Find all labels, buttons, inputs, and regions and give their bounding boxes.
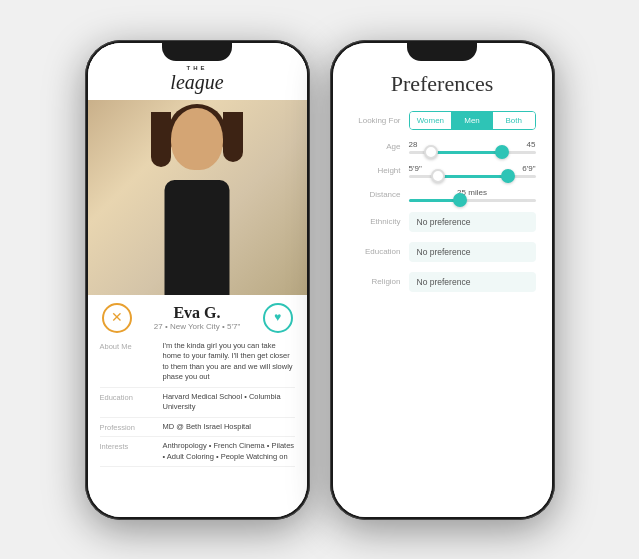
age-control: 28 45 (409, 140, 536, 154)
education-label: Education (100, 392, 155, 413)
face (171, 108, 223, 170)
interests-value: Anthropology • French Cinema • Pilates •… (163, 441, 295, 462)
education-pref-label: Education (349, 247, 401, 256)
height-min: 5'9" (409, 164, 422, 173)
gender-toggle[interactable]: Women Men Both (409, 111, 536, 130)
height-row: Height 5'9" 6'9" (349, 164, 536, 178)
height-track (409, 175, 536, 178)
ethnicity-dropdown[interactable]: No preference (409, 212, 536, 232)
distance-thumb[interactable] (453, 193, 467, 207)
education-value: Harvard Medical School • Columbia Univer… (163, 392, 295, 413)
religion-dropdown[interactable]: No preference (409, 272, 536, 292)
religion-control[interactable]: No preference (409, 272, 536, 292)
profession-row: Profession MD @ Beth Israel Hospital (100, 418, 295, 438)
height-thumb-max[interactable] (501, 169, 515, 183)
height-label: Height (349, 166, 401, 175)
age-thumb-max[interactable] (495, 145, 509, 159)
distance-track (409, 199, 536, 202)
name-info: Eva G. 27 • New York City • 5'7" (142, 304, 253, 331)
height-control: 5'9" 6'9" (409, 164, 536, 178)
gender-women[interactable]: Women (410, 112, 452, 129)
phone-1: THE league ✕ Eva G. (85, 40, 310, 520)
ethnicity-label: Ethnicity (349, 217, 401, 226)
height-thumb-min[interactable] (431, 169, 445, 183)
gender-toggle-control: Women Men Both (409, 111, 536, 130)
ethnicity-control[interactable]: No preference (409, 212, 536, 232)
about-value: I'm the kinda girl you you can take home… (163, 341, 295, 383)
distance-row: Distance 25 miles (349, 188, 536, 202)
education-control[interactable]: No preference (409, 242, 536, 262)
age-max: 45 (527, 140, 536, 149)
reject-button[interactable]: ✕ (102, 303, 132, 333)
age-fill (428, 151, 498, 154)
about-label: About Me (100, 341, 155, 383)
religion-row: Religion No preference (349, 272, 536, 292)
age-label: Age (349, 142, 401, 151)
torso (165, 180, 230, 295)
profession-value: MD @ Beth Israel Hospital (163, 422, 251, 433)
hair-left (151, 112, 171, 167)
profile-details-line: 27 • New York City • 5'7" (142, 322, 253, 331)
notch-2 (407, 43, 477, 61)
gender-men[interactable]: Men (451, 112, 493, 129)
profession-label: Profession (100, 422, 155, 433)
hair-right (223, 112, 243, 162)
league-app: THE league ✕ Eva G. (88, 43, 307, 517)
notch-1 (162, 43, 232, 61)
age-row: Age 28 45 (349, 140, 536, 154)
prefs-title: Preferences (349, 71, 536, 97)
profile-name: Eva G. (142, 304, 253, 322)
name-bar: ✕ Eva G. 27 • New York City • 5'7" ♥ (88, 295, 307, 337)
distance-label: Distance (349, 190, 401, 199)
religion-label: Religion (349, 277, 401, 286)
height-max: 6'9" (522, 164, 535, 173)
phone-2: Preferences Looking For Women Men Both A… (330, 40, 555, 520)
gender-both[interactable]: Both (493, 112, 535, 129)
ethnicity-row: Ethnicity No preference (349, 212, 536, 232)
interests-label: Interests (100, 441, 155, 462)
about-row: About Me I'm the kinda girl you you can … (100, 337, 295, 388)
education-dropdown[interactable]: No preference (409, 242, 536, 262)
distance-value: 25 miles (409, 188, 536, 197)
looking-for-label: Looking For (349, 116, 401, 125)
age-thumb-min[interactable] (424, 145, 438, 159)
age-min: 28 (409, 140, 418, 149)
height-labels: 5'9" 6'9" (409, 164, 536, 173)
distance-control: 25 miles (409, 188, 536, 202)
phones-container: THE league ✕ Eva G. (65, 20, 575, 540)
education-row: Education Harvard Medical School • Colum… (100, 388, 295, 418)
logo-league: league (88, 71, 307, 94)
distance-fill (409, 199, 457, 202)
looking-for-row: Looking For Women Men Both (349, 111, 536, 130)
profile-photo (88, 100, 307, 295)
education-row: Education No preference (349, 242, 536, 262)
person-silhouette (137, 100, 257, 295)
interests-row: Interests Anthropology • French Cinema •… (100, 437, 295, 467)
like-button[interactable]: ♥ (263, 303, 293, 333)
preferences-app: Preferences Looking For Women Men Both A… (333, 43, 552, 517)
age-track (409, 151, 536, 154)
profile-details: About Me I'm the kinda girl you you can … (88, 337, 307, 468)
